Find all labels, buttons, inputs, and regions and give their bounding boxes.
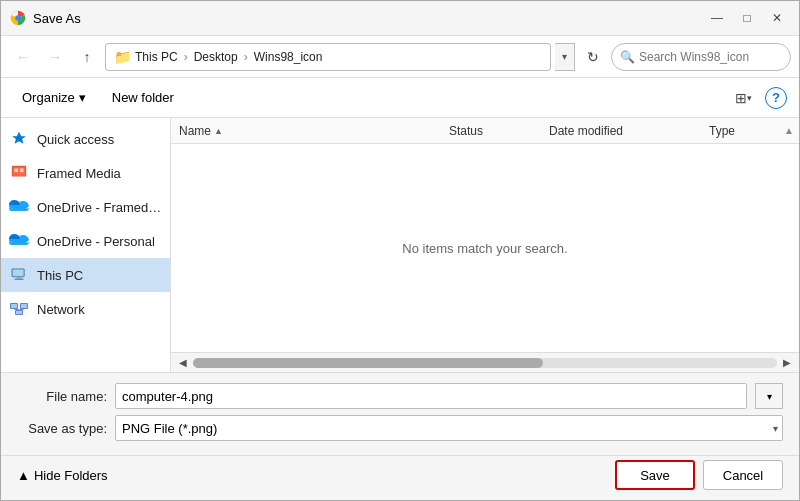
title-bar-controls: — □ ✕	[703, 5, 791, 31]
action-buttons: Save Cancel	[615, 460, 783, 490]
save-as-dialog: Save As — □ ✕ ← → ↑ 📁 This PC › Desktop …	[0, 0, 800, 501]
sidebar-item-framed-media-label: Framed Media	[37, 166, 121, 181]
framed-media-icon	[9, 163, 29, 183]
new-folder-button[interactable]: New folder	[103, 85, 183, 111]
sidebar-item-this-pc-label: This PC	[37, 268, 83, 283]
svg-rect-9	[15, 279, 24, 280]
sidebar-item-quick-access[interactable]: Quick access	[1, 122, 170, 156]
organize-button[interactable]: Organize ▾	[13, 85, 95, 111]
svg-rect-13	[21, 304, 27, 308]
scroll-left-button[interactable]: ◀	[175, 355, 191, 371]
svg-rect-4	[15, 169, 19, 173]
svg-rect-5	[20, 169, 24, 173]
column-date-modified[interactable]: Date modified	[541, 124, 701, 138]
view-chevron: ▾	[747, 93, 752, 103]
chevron-1: ›	[184, 50, 188, 64]
sidebar-item-framed-media[interactable]: Framed Media	[1, 156, 170, 190]
sidebar-item-network[interactable]: Network	[1, 292, 170, 326]
column-name[interactable]: Name ▲	[171, 124, 441, 138]
savetype-row: Save as type: PNG File (*.png) JPEG File…	[17, 415, 783, 441]
sidebar-item-network-label: Network	[37, 302, 85, 317]
chevron-2: ›	[244, 50, 248, 64]
filename-dropdown[interactable]: ▾	[755, 383, 783, 409]
file-list-body: No items match your search.	[171, 144, 799, 352]
sidebar-item-onedrive-personal[interactable]: OneDrive - Personal	[1, 224, 170, 258]
svg-line-16	[14, 309, 19, 310]
minimize-button[interactable]: —	[703, 5, 731, 31]
hide-folders-button[interactable]: ▲ Hide Folders	[17, 468, 108, 483]
search-box: 🔍	[611, 43, 791, 71]
collapse-button[interactable]: ▲	[779, 118, 799, 144]
maximize-button[interactable]: □	[733, 5, 761, 31]
sidebar-item-quick-access-label: Quick access	[37, 132, 114, 147]
svg-point-1	[15, 15, 21, 21]
footer: ▲ Hide Folders Save Cancel	[1, 455, 799, 500]
new-folder-label: New folder	[112, 90, 174, 105]
path-root: This PC	[135, 50, 178, 64]
column-status[interactable]: Status	[441, 124, 541, 138]
star-icon	[9, 129, 29, 149]
toolbar: Organize ▾ New folder ⊞ ▾ ?	[1, 78, 799, 118]
organize-label: Organize	[22, 90, 75, 105]
sidebar: Quick access Framed Media	[1, 118, 171, 372]
hide-folders-chevron: ▲	[17, 468, 30, 483]
main-content: Quick access Framed Media	[1, 118, 799, 372]
column-status-label: Status	[449, 124, 483, 138]
column-date-label: Date modified	[549, 124, 623, 138]
close-button[interactable]: ✕	[763, 5, 791, 31]
hide-folders-label: Hide Folders	[34, 468, 108, 483]
forward-button[interactable]: →	[41, 43, 69, 71]
help-button[interactable]: ?	[765, 87, 787, 109]
cancel-button[interactable]: Cancel	[703, 460, 783, 490]
filename-label: File name:	[17, 389, 107, 404]
no-items-message: No items match your search.	[402, 241, 567, 256]
address-bar: ← → ↑ 📁 This PC › Desktop › Wins98_icon …	[1, 36, 799, 78]
svg-rect-7	[13, 270, 24, 276]
up-button[interactable]: ↑	[73, 43, 101, 71]
this-pc-icon	[9, 265, 29, 285]
sidebar-item-onedrive-framed-label: OneDrive - Framed M	[37, 200, 162, 215]
sidebar-item-this-pc[interactable]: This PC	[1, 258, 170, 292]
bottom-form: File name: ▾ Save as type: PNG File (*.p…	[1, 372, 799, 455]
sidebar-item-onedrive-framed[interactable]: OneDrive - Framed M	[1, 190, 170, 224]
path-level2: Wins98_icon	[254, 50, 323, 64]
file-list-header: Name ▲ Status Date modified Type ▲	[171, 118, 799, 144]
savetype-wrapper: PNG File (*.png) JPEG File (*.jpg) BMP F…	[115, 415, 783, 441]
sort-arrow: ▲	[214, 126, 223, 136]
onedrive-framed-icon	[9, 197, 29, 217]
refresh-button[interactable]: ↻	[579, 43, 607, 71]
svg-rect-8	[16, 277, 21, 279]
svg-line-17	[19, 309, 24, 310]
svg-rect-15	[16, 311, 22, 314]
address-dropdown-button[interactable]: ▾	[555, 43, 575, 71]
search-icon: 🔍	[620, 50, 635, 64]
organize-chevron: ▾	[79, 90, 86, 105]
file-list: Name ▲ Status Date modified Type ▲ No it…	[171, 118, 799, 372]
address-path: 📁 This PC › Desktop › Wins98_icon	[105, 43, 551, 71]
column-name-label: Name	[179, 124, 211, 138]
title-bar-text: Save As	[33, 11, 703, 26]
folder-icon: 📁	[114, 49, 131, 65]
filename-input[interactable]	[115, 383, 747, 409]
network-icon	[9, 299, 29, 319]
help-label: ?	[772, 90, 780, 105]
savetype-select[interactable]: PNG File (*.png) JPEG File (*.jpg) BMP F…	[116, 416, 782, 440]
title-bar: Save As — □ ✕	[1, 1, 799, 36]
filename-row: File name: ▾	[17, 383, 783, 409]
scroll-thumb[interactable]	[193, 358, 543, 368]
savetype-label: Save as type:	[17, 421, 107, 436]
scroll-right-button[interactable]: ▶	[779, 355, 795, 371]
view-icon: ⊞	[735, 90, 747, 106]
sidebar-item-onedrive-personal-label: OneDrive - Personal	[37, 234, 155, 249]
svg-rect-11	[11, 304, 17, 308]
search-input[interactable]	[639, 50, 782, 64]
dialog-icon	[9, 9, 27, 27]
path-level1: Desktop	[194, 50, 238, 64]
back-button[interactable]: ←	[9, 43, 37, 71]
horizontal-scrollbar[interactable]: ◀ ▶	[171, 352, 799, 372]
column-type-label: Type	[709, 124, 735, 138]
save-button[interactable]: Save	[615, 460, 695, 490]
onedrive-personal-icon	[9, 231, 29, 251]
view-button[interactable]: ⊞ ▾	[729, 85, 757, 111]
scroll-track[interactable]	[193, 358, 777, 368]
